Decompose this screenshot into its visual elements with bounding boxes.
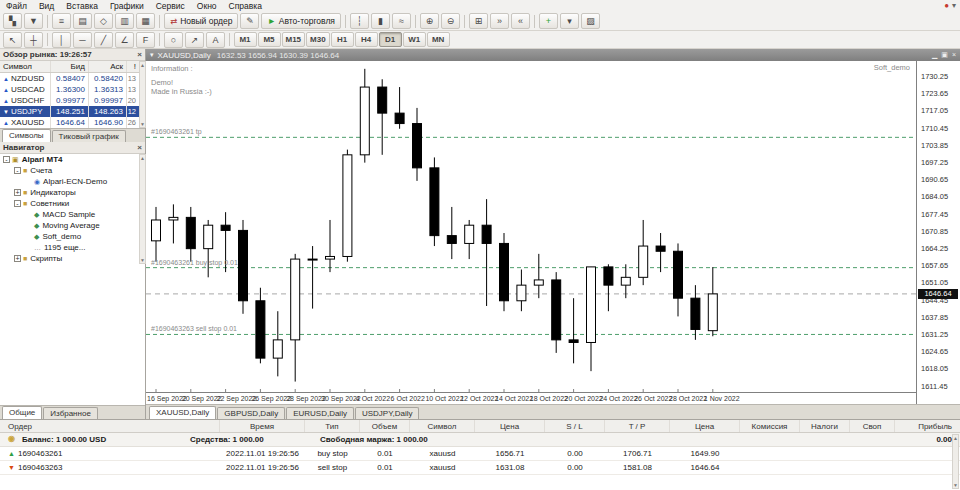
vertical-line-icon[interactable]: │: [52, 32, 71, 48]
nav-tab-общие[interactable]: Общие: [2, 406, 42, 419]
terminal-column-12[interactable]: Прибыль: [895, 420, 960, 432]
fibonacci-icon[interactable]: F: [136, 32, 155, 48]
tree-expander-icon[interactable]: -: [3, 156, 10, 163]
tree-item-1195-еще-[interactable]: …1195 еще...: [0, 242, 139, 253]
terminal-column-0[interactable]: Ордер: [0, 420, 220, 432]
terminal-column-3[interactable]: Объем: [360, 420, 410, 432]
trendline-icon[interactable]: ╱: [94, 32, 113, 48]
navigator-close-icon[interactable]: ×: [137, 143, 142, 152]
menu-графики[interactable]: Графики: [104, 1, 150, 11]
restore-icon[interactable]: ▣: [941, 51, 948, 59]
menu-вставка[interactable]: Вставка: [60, 1, 104, 11]
mw-column-header-1[interactable]: Бид: [51, 61, 89, 72]
tile-windows-icon[interactable]: ⊞: [469, 13, 488, 29]
tree-item-soft-demo[interactable]: ◆Soft_demo: [0, 231, 139, 242]
chart-tab-xauusd-daily[interactable]: XAUUSD,Daily: [149, 406, 216, 419]
mw-column-header-0[interactable]: Символ: [0, 61, 51, 72]
terminal-column-7[interactable]: T / P: [605, 420, 670, 432]
chart-plot-area[interactable]: Information : Demo! Made in Russia :-) S…: [146, 61, 916, 392]
order-row-1690463261[interactable]: ▲16904632612022.11.01 19:26:56buy stop0.…: [0, 447, 960, 461]
horizontal-line-icon[interactable]: ─: [73, 32, 92, 48]
chart-line-icon[interactable]: ≈: [392, 13, 411, 29]
tree-item-macd-sample[interactable]: ◆MACD Sample: [0, 209, 139, 220]
mw-column-header-3[interactable]: !: [127, 61, 139, 72]
navigator-icon[interactable]: ◇: [94, 13, 113, 29]
tree-item-счета[interactable]: -■Счета: [0, 165, 139, 176]
tree-item-alpari-mt4[interactable]: -▣Alpari MT4: [0, 154, 139, 165]
new-order-button[interactable]: ⇄Новый ордер: [164, 13, 238, 29]
crosshair-icon[interactable]: ┼: [24, 32, 43, 48]
tree-item-индикаторы[interactable]: +■Индикаторы: [0, 187, 139, 198]
chart-tab-gbpusd-daily[interactable]: GBPUSD,Daily: [217, 407, 285, 419]
zoom-in-icon[interactable]: ⊕: [420, 13, 439, 29]
chart-shift-icon[interactable]: «: [511, 13, 530, 29]
time-axis[interactable]: 16 Sep 202220 Sep 202222 Sep 202226 Sep …: [146, 392, 916, 404]
chart-bars-icon[interactable]: ┆: [350, 13, 369, 29]
tree-expander-icon[interactable]: -: [14, 167, 21, 174]
chart-title-bar[interactable]: ▾ XAUUSD,Daily 1632.53 1656.94 1630.39 1…: [146, 49, 960, 61]
zoom-out-icon[interactable]: ⊖: [441, 13, 460, 29]
tree-expander-icon[interactable]: -: [14, 200, 21, 207]
market-watch-row-usdcad[interactable]: ▲USDCAD1.363001.3631313: [0, 84, 145, 95]
arrows-icon[interactable]: ↗: [185, 32, 204, 48]
terminal-column-1[interactable]: Время: [220, 420, 305, 432]
terminal-column-5[interactable]: Цена: [475, 420, 545, 432]
menu-окно[interactable]: Окно: [191, 1, 223, 11]
timeframe-mn[interactable]: MN: [427, 32, 450, 47]
indicators-list-icon[interactable]: +: [539, 13, 558, 29]
strategy-tester-icon[interactable]: ▦: [136, 13, 155, 29]
menu-сервис[interactable]: Сервис: [150, 1, 191, 11]
alert-icon[interactable]: ●: [944, 2, 949, 10]
minimize-icon[interactable]: ▁: [932, 51, 937, 59]
market-watch-row-nzdusd[interactable]: ▲NZDUSD0.584070.5842013: [0, 73, 145, 84]
auto-scroll-icon[interactable]: »: [490, 13, 509, 29]
timeframe-m1[interactable]: M1: [234, 32, 257, 47]
new-chart-icon[interactable]: ▚: [3, 13, 22, 29]
cursor-icon[interactable]: ↖: [3, 32, 22, 48]
timeframe-h1[interactable]: H1: [331, 32, 354, 47]
terminal-column-6[interactable]: S / L: [545, 420, 605, 432]
terminal-icon[interactable]: ▥: [115, 13, 134, 29]
terminal-column-2[interactable]: Тип: [305, 420, 360, 432]
auto-trading-button[interactable]: ►Авто-торговля: [261, 13, 341, 29]
menu-файл[interactable]: Файл: [0, 1, 33, 11]
terminal-column-11[interactable]: Своп: [850, 420, 895, 432]
price-axis[interactable]: 1730.251723.651717.051710.451703.851697.…: [916, 61, 960, 404]
close-icon[interactable]: ×: [952, 51, 956, 59]
tree-expander-icon[interactable]: +: [14, 255, 21, 262]
chart-candles-icon[interactable]: ▮: [371, 13, 390, 29]
market-watch-scrollbar[interactable]: ▲▼: [139, 61, 146, 128]
mw-tab-тиковый-график[interactable]: Тиковый график: [52, 130, 126, 142]
terminal-column-8[interactable]: Цена: [670, 420, 740, 432]
tree-item-советники[interactable]: -■Советники: [0, 198, 139, 209]
timeframe-m15[interactable]: M15: [282, 32, 306, 47]
timeframe-h4[interactable]: H4: [355, 32, 378, 47]
chart-tab-eurusd-daily[interactable]: EURUSD,Daily: [286, 407, 354, 419]
equidistant-channel-icon[interactable]: ∠: [115, 32, 134, 48]
timeframe-m5[interactable]: M5: [258, 32, 281, 47]
market-watch-close-icon[interactable]: ×: [137, 50, 142, 59]
data-window-icon[interactable]: ▤: [73, 13, 92, 29]
order-row-1690463263[interactable]: ▼16904632632022.11.01 19:26:56sell stop0…: [0, 461, 960, 475]
terminal-column-4[interactable]: Символ: [410, 420, 475, 432]
menu-справка[interactable]: Справка: [223, 1, 268, 11]
tree-item-скрипты[interactable]: +■Скрипты: [0, 253, 139, 264]
mw-tab-символы[interactable]: Символы: [2, 129, 51, 142]
market-watch-row-xauusd[interactable]: ▲XAUUSD1646.641646.9026: [0, 117, 145, 128]
panel-toggle-icon[interactable]: ▾: [952, 2, 956, 10]
market-watch-icon[interactable]: ≡: [52, 13, 71, 29]
terminal-scrollbar[interactable]: ▲▼: [952, 434, 959, 489]
timeframe-w1[interactable]: W1: [403, 32, 426, 47]
market-watch-row-usdjpy[interactable]: ▼USDJPY148.251148.26312: [0, 106, 145, 117]
timeframe-m30[interactable]: M30: [306, 32, 330, 47]
timeframe-d1[interactable]: D1: [379, 32, 402, 47]
tree-expander-icon[interactable]: +: [14, 189, 21, 196]
balance-row[interactable]: ◉ Баланс: 1 000.00 USD Средства: 1 000.0…: [0, 433, 960, 447]
periods-icon[interactable]: ▾: [560, 13, 579, 29]
navigator-scrollbar[interactable]: ▲▼: [139, 154, 146, 264]
mw-column-header-2[interactable]: Аск: [89, 61, 127, 72]
tree-item-alpari-ecn-demo[interactable]: ◉Alpari-ECN-Demo: [0, 176, 139, 187]
chart-canvas[interactable]: [146, 61, 916, 392]
text-label-icon[interactable]: A: [206, 32, 225, 48]
terminal-column-10[interactable]: Налоги: [800, 420, 850, 432]
